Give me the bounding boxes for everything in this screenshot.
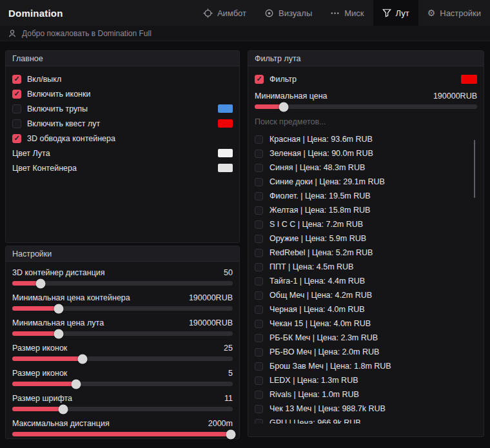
- filter-checkbox[interactable]: ✓: [255, 75, 264, 84]
- loot-item-row: ✓Фиолет. | Цена: 19.5m RUB: [255, 189, 477, 203]
- loot-item-row: ✓Синяя | Цена: 48.3m RUB: [255, 161, 477, 175]
- checkbox[interactable]: ✓: [12, 75, 21, 84]
- slider[interactable]: [12, 356, 233, 361]
- slider-head: Размер иконок5: [12, 367, 233, 378]
- tab-bar: АимботВизуалыМискЛут⚙Настройки: [194, 0, 490, 26]
- slider-handle[interactable]: [54, 304, 63, 313]
- checkbox[interactable]: ✓: [12, 134, 21, 143]
- slider-fill: [12, 382, 76, 386]
- slider[interactable]: [12, 382, 233, 386]
- item-checkbox[interactable]: ✓: [255, 164, 263, 172]
- color-swatch[interactable]: [218, 104, 233, 113]
- bullseye-icon: [264, 8, 274, 18]
- slider[interactable]: [12, 306, 233, 311]
- item-checkbox[interactable]: ✓: [255, 135, 263, 144]
- item-search-input[interactable]: [255, 115, 477, 128]
- item-label: Синяя | Цена: 48.3m RUB: [270, 163, 365, 172]
- slider-value: 25: [224, 344, 233, 353]
- slider-fill: [12, 306, 59, 311]
- slider-handle[interactable]: [54, 329, 63, 338]
- item-checkbox[interactable]: ✓: [255, 348, 263, 356]
- tab-миск[interactable]: Миск: [321, 0, 373, 26]
- filter-color-swatch[interactable]: [461, 75, 477, 84]
- app-title: Domination: [0, 8, 63, 19]
- item-label: Rivals | Цена: 1.0m RUB: [270, 390, 359, 399]
- loot-item-row: ✓Брош Зав Меч | Цена: 1.8m RUB: [255, 359, 477, 373]
- color-picker-row: Цвет Лута: [12, 146, 233, 161]
- slider-handle[interactable]: [58, 404, 68, 414]
- slider-handle[interactable]: [72, 379, 81, 389]
- item-checkbox[interactable]: ✓: [255, 362, 263, 371]
- checkbox[interactable]: ✓: [12, 104, 21, 113]
- slider-fill: [12, 432, 231, 436]
- slider-handle[interactable]: [36, 278, 46, 288]
- item-label: Фиолет. | Цена: 19.5m RUB: [270, 191, 371, 200]
- loot-item-row: ✓Чек 13 Меч | Цена: 988.7k RUB: [255, 402, 477, 416]
- item-checkbox[interactable]: ✓: [255, 192, 263, 200]
- slider-group: 3D контейнер дистанция50: [12, 267, 233, 286]
- tab-лут[interactable]: Лут: [373, 0, 418, 26]
- min-price-label: Минимальная цена: [255, 92, 328, 101]
- item-label: Тайга-1 | Цена: 4.4m RUB: [270, 277, 365, 286]
- item-checkbox[interactable]: ✓: [255, 306, 263, 314]
- checkbox-row: ✓Включить иконки: [12, 86, 233, 101]
- tab-label: Миск: [344, 8, 364, 18]
- item-checkbox[interactable]: ✓: [255, 263, 263, 271]
- loot-item-row: ✓Чекан 15 | Цена: 4.0m RUB: [255, 317, 477, 331]
- item-label: РБ-ВО Меч | Цена: 2.0m RUB: [270, 347, 379, 356]
- slider-label: Максимальная дистанция: [12, 419, 110, 428]
- loot-item-row: ✓РБ-БК Меч | Цена: 2.3m RUB: [255, 331, 477, 345]
- loot-item-row: ✓GPU | Цена: 966.9k RUB: [255, 416, 477, 424]
- item-checkbox[interactable]: ✓: [255, 391, 263, 399]
- filter-icon: [382, 8, 391, 17]
- item-checkbox[interactable]: ✓: [255, 235, 263, 243]
- slider-head: Минимальная цена лута190000RUB: [12, 317, 233, 328]
- item-checkbox[interactable]: ✓: [255, 405, 263, 413]
- tab-визуалы[interactable]: Визуалы: [255, 0, 321, 26]
- checkbox[interactable]: ✓: [12, 119, 21, 128]
- slider-handle[interactable]: [226, 429, 235, 439]
- item-label: РБ-БК Меч | Цена: 2.3m RUB: [270, 333, 378, 342]
- tab-аимбот[interactable]: Аимбот: [194, 0, 255, 26]
- item-checkbox[interactable]: ✓: [255, 277, 263, 286]
- loot-item-list: ✓Красная | Цена: 93.6m RUB✓Зеленая | Цен…: [255, 132, 477, 424]
- welcome-bar: Добро пожаловать в Domination Full: [0, 26, 490, 41]
- color-swatch[interactable]: [218, 149, 233, 157]
- slider-fill: [12, 407, 63, 411]
- item-checkbox[interactable]: ✓: [255, 419, 263, 424]
- item-label: Красная | Цена: 93.6m RUB: [270, 135, 373, 144]
- color-picker-label: Цвет Лута: [12, 149, 50, 158]
- slider[interactable]: [12, 281, 233, 286]
- item-checkbox[interactable]: ✓: [255, 320, 263, 328]
- item-label: Общ Меч | Цена: 4.2m RUB: [270, 291, 372, 300]
- slider-label: Размер иконок: [12, 369, 67, 378]
- slider[interactable]: [12, 432, 233, 436]
- slider-handle[interactable]: [78, 354, 88, 364]
- item-checkbox[interactable]: ✓: [255, 220, 263, 229]
- loot-item-row: ✓Синие доки | Цена: 29.1m RUB: [255, 175, 477, 189]
- tab-настройки[interactable]: ⚙Настройки: [418, 0, 490, 26]
- item-checkbox[interactable]: ✓: [255, 376, 263, 385]
- item-checkbox[interactable]: ✓: [255, 334, 263, 342]
- checkbox-label: Включить квест лут: [27, 119, 100, 128]
- checkbox[interactable]: ✓: [12, 90, 21, 99]
- min-price-slider[interactable]: [255, 104, 477, 109]
- item-checkbox[interactable]: ✓: [255, 150, 263, 158]
- slider-value: 5: [228, 369, 233, 378]
- loot-item-row: ✓Черная | Цена: 4.0m RUB: [255, 302, 477, 317]
- slider[interactable]: [12, 407, 233, 411]
- slider-value: 2000m: [208, 419, 233, 428]
- checkbox-label: Вкл/выкл: [27, 75, 61, 84]
- color-swatch[interactable]: [218, 164, 233, 172]
- loot-item-row: ✓Красная | Цена: 93.6m RUB: [255, 132, 477, 146]
- item-checkbox[interactable]: ✓: [255, 206, 263, 215]
- slider-group: Минимальная цена лута190000RUB: [12, 317, 233, 336]
- color-swatch[interactable]: [218, 119, 233, 128]
- checkbox-label: 3D обводка контейнера: [27, 134, 115, 143]
- slider-handle[interactable]: [279, 102, 288, 112]
- scrollbar-thumb[interactable]: [474, 140, 475, 198]
- item-checkbox[interactable]: ✓: [255, 178, 263, 186]
- item-checkbox[interactable]: ✓: [255, 249, 263, 257]
- item-checkbox[interactable]: ✓: [255, 291, 263, 300]
- slider[interactable]: [12, 331, 233, 336]
